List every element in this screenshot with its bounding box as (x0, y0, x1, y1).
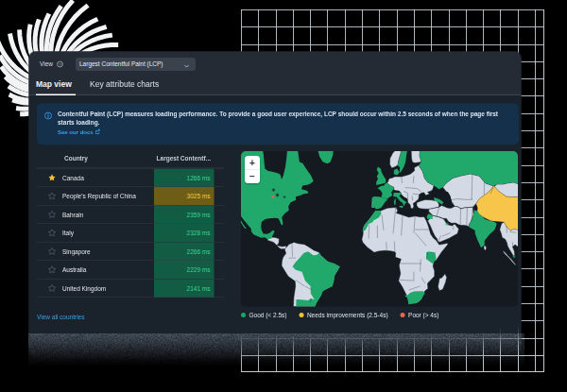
svg-text:?: ? (59, 62, 61, 67)
